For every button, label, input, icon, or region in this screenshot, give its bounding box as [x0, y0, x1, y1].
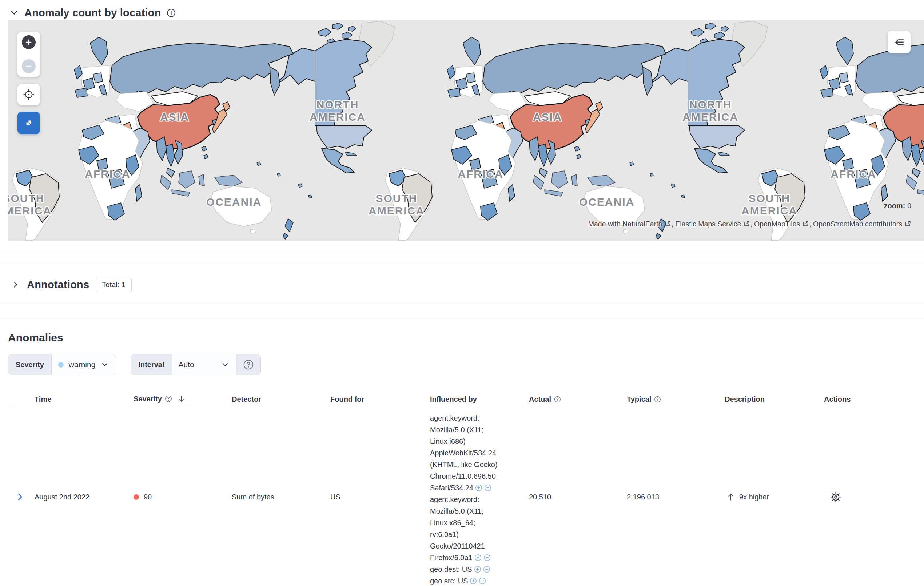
zoom-indicator-value: 0 — [907, 202, 911, 210]
spacer — [0, 305, 924, 318]
description-cell: 9x higher — [724, 492, 824, 502]
filter-for-value-button[interactable] — [470, 577, 477, 586]
time-column-header: Time — [35, 395, 134, 403]
anomalies-table: Time Severity Detector Found for Influen… — [8, 375, 916, 582]
anomalies-filters: Severity warning Interval Auto — [8, 354, 924, 375]
plus-in-circle-icon — [474, 566, 481, 573]
svg-text:AFRICA: AFRICA — [458, 168, 503, 180]
influencer-line: rv:6.0a1) — [430, 528, 529, 540]
map-section-header: Anomaly count by location — [0, 0, 924, 20]
spacer — [0, 251, 924, 264]
sort-descending-icon — [177, 394, 186, 403]
menu-left-icon — [893, 36, 906, 48]
svg-text:OCEANIA: OCEANIA — [579, 196, 634, 208]
anomalies-title: Anomalies — [8, 331, 924, 344]
label-south-america-1: SOUTH — [8, 192, 45, 204]
plus-in-circle-icon — [475, 484, 482, 492]
severity-filter-label: Severity — [8, 354, 52, 375]
filter-out-value-button[interactable] — [483, 566, 490, 574]
found-for-cell: US — [330, 493, 430, 501]
label-asia: ASIA — [160, 111, 189, 123]
divider — [0, 318, 924, 318]
influenced-by-cell: agent.keyword: Mozilla/5.0 (X11; Linux i… — [430, 412, 529, 586]
severity-column-header[interactable]: Severity — [134, 394, 232, 403]
influencer-line: geo.dest: US — [430, 563, 529, 575]
table-row: August 2nd 2022 90 Sum of bytes US agent… — [8, 407, 916, 582]
severity-cell: 90 — [134, 493, 232, 501]
attribution-openmaptiles-link[interactable]: , OpenMapTiles — [750, 220, 800, 228]
filter-out-value-button[interactable] — [483, 554, 491, 562]
filter-for-value-button[interactable] — [475, 484, 482, 492]
actions-gear-button[interactable] — [830, 491, 842, 503]
influencer-line: Linux x86_64; — [430, 517, 529, 528]
zoom-out-button[interactable] — [22, 59, 36, 73]
interval-filter-group: Interval Auto — [130, 354, 261, 375]
row-expander-cell — [8, 492, 35, 502]
detector-column-header: Detector — [232, 395, 330, 403]
external-link-icon — [664, 221, 671, 229]
choropleth-world-map[interactable]: ASIA NORTH AMERICA AFRICA SOUTH AMERICA … — [8, 20, 924, 241]
chevron-down-icon — [9, 8, 19, 18]
warning-severity-dot — [58, 362, 64, 367]
svg-text:AMERICA: AMERICA — [368, 205, 424, 217]
filter-out-value-button[interactable] — [479, 577, 486, 586]
influencer-line: Chrome/11.0.696.50 — [430, 471, 529, 482]
filter-for-value-button[interactable] — [474, 554, 482, 562]
label-south-america-2: AMERICA — [8, 205, 52, 217]
detector-cell: Sum of bytes — [232, 493, 330, 501]
actual-column-header: Actual — [529, 395, 627, 403]
interval-help[interactable] — [236, 354, 261, 375]
minus-icon — [25, 63, 32, 70]
gear-icon — [830, 491, 842, 503]
svg-text:ASIA: ASIA — [533, 111, 562, 123]
help-icon — [554, 396, 561, 403]
chevron-down-icon — [101, 360, 109, 369]
anomalies-table-header: Time Severity Detector Found for Influen… — [8, 375, 916, 407]
severity-score: 90 — [144, 493, 152, 501]
info-icon-glyph — [166, 8, 176, 18]
critical-severity-dot — [134, 494, 139, 500]
influencer-line: Gecko/20110421 — [430, 540, 529, 552]
legend-toggle-button[interactable] — [888, 31, 911, 53]
influencer-line: (KHTML, like Gecko) — [430, 459, 529, 471]
filter-for-value-button[interactable] — [474, 566, 481, 574]
interval-select[interactable]: Auto — [172, 354, 236, 375]
attribution-elastic-maps-link[interactable]: , Elastic Maps Service — [671, 220, 741, 228]
attribution-openstreetmap-link[interactable]: , OpenStreetMap contributors — [809, 220, 902, 228]
fit-to-data-control — [18, 84, 40, 105]
help-icon — [243, 359, 254, 370]
svg-text:SOUTH: SOUTH — [376, 192, 417, 204]
minus-in-circle-icon — [484, 484, 492, 492]
minus-in-circle-icon — [479, 577, 486, 584]
zoom-indicator-label: zoom: — [884, 202, 905, 210]
map-section-collapse-button[interactable] — [9, 8, 19, 18]
info-icon[interactable] — [166, 8, 176, 18]
severity-filter-dropdown[interactable]: warning — [52, 354, 116, 375]
minus-in-circle-icon — [483, 554, 491, 561]
chevron-right-icon — [15, 492, 25, 502]
row-expand-button[interactable] — [15, 492, 25, 502]
anomaly-map[interactable]: ASIA NORTH AMERICA AFRICA SOUTH AMERICA … — [8, 20, 924, 241]
zoom-in-button[interactable] — [22, 35, 36, 49]
attribution-naturalearth-link[interactable]: Made with NaturalEarth — [588, 220, 662, 228]
influencer-line: agent.keyword: — [430, 412, 529, 424]
influencer-line: Mozilla/5.0 (X11; — [430, 505, 529, 517]
typical-cell: 2,196.013 — [627, 493, 724, 501]
interval-select-value: Auto — [178, 360, 194, 369]
label-north-america-2: AMERICA — [310, 111, 366, 123]
external-link-icon — [904, 221, 911, 229]
svg-text:SOUTH: SOUTH — [749, 192, 790, 204]
expand-map-button[interactable] — [18, 112, 40, 134]
annotations-total-badge: Total: 1 — [96, 278, 131, 292]
actions-cell — [824, 491, 916, 503]
annotations-expand-button[interactable] — [11, 280, 20, 290]
influencer-line: AppleWebKit/534.24 — [430, 447, 529, 459]
fit-to-data-button[interactable] — [23, 88, 35, 101]
filter-out-value-button[interactable] — [484, 484, 492, 492]
influencer-line: geo.src: US — [430, 575, 529, 586]
map-attribution: Made with NaturalEarth, Elastic Maps Ser… — [588, 220, 911, 229]
severity-filter-value: warning — [69, 360, 96, 369]
severity-filter-group: Severity warning — [8, 354, 116, 375]
svg-text:AMERICA: AMERICA — [741, 205, 797, 217]
annotations-title: Annotations — [27, 279, 89, 291]
